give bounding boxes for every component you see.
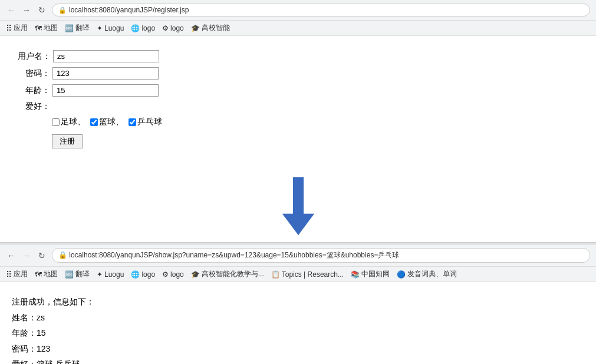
refresh-button-1[interactable]: ↻ (37, 5, 47, 15)
hobbies-row: 足球、 篮球、 乒乓球 (52, 117, 578, 127)
register-page: 用户名： 密码： 年龄： 爱好： 足球、 篮球、 (0, 36, 596, 166)
globe-icon-2: 🌐 (131, 270, 140, 279)
bm-translate-1[interactable]: 🔤 翻译 (65, 23, 90, 33)
svg-marker-1 (282, 214, 314, 235)
globe-icon-1: 🌐 (131, 24, 140, 32)
down-arrow-icon (281, 177, 316, 236)
password-row: 密码： (18, 67, 578, 80)
svg-rect-0 (292, 177, 303, 215)
pingpong-checkbox-label[interactable]: 乒乓球 (129, 117, 162, 127)
football-checkbox-label[interactable]: 足球、 (52, 117, 85, 127)
back-button-2[interactable]: ← (6, 250, 17, 261)
nav-bar-2: ← → ↻ 🔒 localhost:8080/yanqunJSP/show.js… (0, 244, 596, 267)
map-icon-2: 🗺 (35, 270, 42, 279)
browser-1: ← → ↻ 🔒 localhost:8080/yanqunJSP/registe… (0, 0, 596, 242)
bm2-globe[interactable]: 🌐 logo (131, 270, 155, 279)
browser-2: ← → ↻ 🔒 localhost:8080/yanqunJSP/show.js… (0, 244, 596, 364)
football-checkbox[interactable] (52, 118, 60, 126)
result-page: 注册成功，信息如下： 姓名：zs 年龄：15 密码：123 爱好：篮球 乒乓球 … (0, 282, 596, 364)
hobby-label: 爱好： (18, 101, 50, 112)
bm2-translate[interactable]: 🔤 翻译 (65, 269, 90, 279)
bm2-github[interactable]: ⚙ logo (162, 270, 184, 279)
result-age-val: 15 (37, 328, 46, 337)
result-hobby-label: 爱好： (12, 359, 37, 364)
football-label: 足球、 (61, 117, 85, 127)
bookmarks-bar-2: ⠿ 应用 🗺 地图 🔤 翻译 ✦ Luogu 🌐 logo ⚙ logo 🎓 高… (0, 267, 596, 282)
address-bar-1[interactable]: 🔒 localhost:8080/yanqunJSP/register.jsp (52, 4, 590, 16)
result-line4: 密码：123 (12, 341, 584, 357)
bm-apps-1[interactable]: ⠿ 应用 (6, 23, 28, 33)
topics-icon: 📋 (271, 270, 280, 279)
pingpong-checkbox[interactable] (129, 118, 136, 126)
result-name-val: zs (37, 313, 45, 322)
bm-luogu-1[interactable]: ✦ Luogu (97, 24, 124, 32)
nav-bar-1: ← → ↻ 🔒 localhost:8080/yanqunJSP/registe… (0, 0, 596, 21)
bm-school-1[interactable]: 🎓 高校智能 (191, 23, 230, 33)
zhiwang-icon: 📚 (351, 270, 360, 279)
translate-icon-2: 🔤 (65, 270, 74, 279)
arrow-section (0, 166, 596, 242)
bm2-school[interactable]: 🎓 高校智能化教学与... (191, 269, 264, 279)
result-pwd-label: 密码： (12, 344, 37, 353)
result-name-label: 姓名： (12, 313, 37, 322)
url-text-2: localhost:8080/yanqunJSP/show.jsp?uname=… (69, 251, 399, 259)
basketball-checkbox[interactable] (90, 118, 98, 126)
result-line5: 爱好：篮球 乒乓球 (12, 356, 584, 364)
bm2-map[interactable]: 🗺 地图 (35, 269, 58, 279)
username-input[interactable] (53, 50, 159, 62)
password-input[interactable] (52, 67, 159, 80)
bm2-luogu[interactable]: ✦ Luogu (97, 270, 124, 279)
result-line1: 注册成功，信息如下： (12, 294, 584, 310)
bm2-zhiwang[interactable]: 📚 中国知网 (351, 269, 390, 279)
bm2-topics[interactable]: 📋 Topics | Research... (271, 270, 344, 279)
pingpong-label: 乒乓球 (137, 117, 162, 127)
school-icon-2: 🎓 (191, 270, 200, 279)
grid-icon-2: ⠿ (6, 270, 12, 279)
map-icon-1: 🗺 (35, 24, 42, 32)
username-row: 用户名： (18, 50, 578, 62)
register-button[interactable]: 注册 (52, 134, 83, 148)
forward-button-1[interactable]: → (21, 5, 32, 15)
lock-icon-1: 🔒 (58, 6, 67, 14)
basketball-label: 篮球、 (99, 117, 124, 127)
bookmarks-bar-1: ⠿ 应用 🗺 地图 🔤 翻译 ✦ Luogu 🌐 logo ⚙ logo 🎓 高… (0, 21, 596, 36)
address-bar-2[interactable]: 🔒 localhost:8080/yanqunJSP/show.jsp?unam… (52, 248, 590, 263)
luogu-icon-1: ✦ (97, 24, 103, 32)
bm2-apps[interactable]: ⠿ 应用 (6, 269, 28, 279)
github-icon-2: ⚙ (162, 270, 169, 279)
result-age-label: 年龄： (12, 328, 37, 337)
result-line3: 年龄：15 (12, 325, 584, 341)
age-row: 年龄： (18, 84, 578, 97)
luogu-icon-2: ✦ (97, 270, 103, 279)
github-icon-1: ⚙ (162, 24, 169, 32)
bm-github-1[interactable]: ⚙ logo (162, 24, 184, 32)
hobbies-label-row: 爱好： (18, 101, 578, 112)
bm-logo-1[interactable]: 🌐 logo (131, 24, 155, 32)
grid-icon-1: ⠿ (6, 24, 12, 33)
result-line2: 姓名：zs (12, 310, 584, 326)
basketball-checkbox-label[interactable]: 篮球、 (90, 117, 124, 127)
school-icon-1: 🎓 (191, 24, 200, 32)
url-text-1: localhost:8080/yanqunJSP/register.jsp (69, 6, 189, 14)
back-button-1[interactable]: ← (6, 5, 17, 15)
bm-map-1[interactable]: 🗺 地图 (35, 23, 58, 33)
lock-icon-2: 🔒 (58, 251, 69, 259)
refresh-button-2[interactable]: ↻ (37, 250, 47, 261)
translate-icon-1: 🔤 (65, 24, 74, 32)
bm2-dict[interactable]: 🔵 发音词典、单词 (397, 269, 457, 279)
username-label: 用户名： (18, 51, 51, 62)
dict-icon: 🔵 (397, 270, 406, 279)
password-label: 密码： (18, 68, 50, 79)
age-label: 年龄： (18, 85, 50, 96)
result-hobby-val: 篮球 乒乓球 (37, 359, 80, 364)
age-input[interactable] (52, 84, 159, 97)
result-pwd-val: 123 (37, 344, 50, 353)
forward-button-2[interactable]: → (21, 250, 32, 261)
